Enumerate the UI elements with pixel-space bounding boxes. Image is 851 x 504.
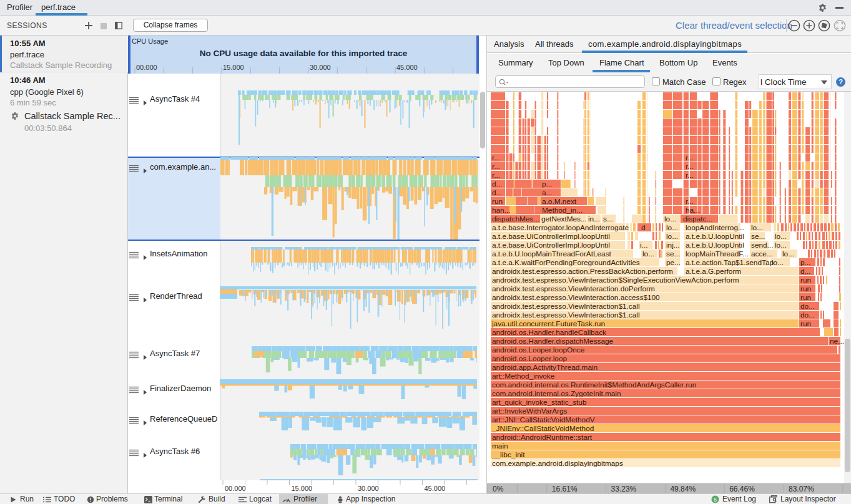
- svg-text:androidx.test.espresso.ViewInt: androidx.test.espresso.ViewInteraction.a…: [492, 293, 660, 302]
- svg-text:androidx.test.espresso.ViewInt: androidx.test.espresso.ViewInteraction$1…: [492, 311, 640, 319]
- svg-text:do...: do...: [800, 302, 815, 311]
- svg-text:acce...: acce...: [751, 250, 773, 258]
- svg-text:android::AndroidRuntime::start: android::AndroidRuntime::start: [492, 433, 593, 442]
- svg-text:run: run: [800, 276, 811, 284]
- svg-text:ne...: ne...: [830, 337, 844, 346]
- svg-text:inj...: inj...: [666, 241, 680, 250]
- svg-text:r...: r...: [686, 153, 694, 162]
- svg-text:d...: d...: [800, 267, 810, 276]
- svg-text:d...: d...: [492, 188, 502, 197]
- svg-text:r...: r...: [492, 171, 500, 180]
- svg-text:lo...: lo...: [664, 215, 676, 223]
- svg-text:send...: send...: [751, 241, 773, 250]
- svg-text:a.o.M.next: a.o.M.next: [542, 197, 577, 206]
- svg-text:run: run: [492, 197, 503, 206]
- svg-text:android.os.Looper.loopOnce: android.os.Looper.loopOnce: [492, 346, 585, 354]
- svg-text:a.t.e.base.UiControllerImpl.lo: a.t.e.base.UiControllerImpl.loopUntil: [492, 241, 610, 250]
- svg-text:java.util.concurrent.FutureTas: java.util.concurrent.FutureTask.run: [491, 319, 605, 328]
- svg-text:run: run: [800, 319, 811, 328]
- svg-text:s...: s...: [603, 215, 613, 223]
- svg-text:android.app.ActivityThread.mai: android.app.ActivityThread.main: [492, 363, 598, 372]
- svg-text:lo...: lo...: [751, 223, 763, 232]
- svg-text:lo...: lo...: [666, 223, 678, 232]
- svg-text:lo...: lo...: [775, 241, 787, 250]
- svg-text:a.t.e.b.U.loopUntil: a.t.e.b.U.loopUntil: [686, 232, 744, 241]
- svg-text:lo...: lo...: [782, 250, 794, 258]
- svg-text:com.example.android.displaying: com.example.android.displayingbitmaps: [492, 459, 623, 468]
- svg-text:lo...: lo...: [772, 258, 784, 267]
- svg-text:main: main: [492, 442, 508, 450]
- svg-text:in...: in...: [588, 215, 600, 223]
- svg-text:loopAndInterrog...: loopAndInterrog...: [686, 223, 744, 232]
- svg-text:p...: p...: [542, 180, 552, 188]
- svg-text:5: 5: [714, 497, 717, 503]
- svg-text:androidx.test.espresso.ViewInt: androidx.test.espresso.ViewInteraction$S…: [492, 276, 739, 284]
- svg-text:Method_in...: Method_in...: [542, 206, 583, 215]
- svg-text:a.t.e.base.UiControllerImpl.lo: a.t.e.base.UiControllerImpl.loopUntil: [492, 232, 610, 241]
- svg-text:r...: r...: [492, 153, 500, 162]
- svg-text:a.t.e.a.K.waitForPendingForegr: a.t.e.a.K.waitForPendingForegroundActivi…: [492, 258, 640, 267]
- svg-text:i...: i...: [640, 241, 647, 250]
- svg-text:art::Method_invoke: art::Method_invoke: [492, 372, 555, 380]
- svg-text:r...: r...: [686, 197, 694, 206]
- svg-text:loopMainThreadF...: loopMainThreadF...: [686, 250, 749, 258]
- svg-text:androidx.test.espresso.ViewInt: androidx.test.espresso.ViewInteraction.d…: [492, 284, 655, 293]
- svg-text:android.os.Looper.loop: android.os.Looper.loop: [492, 354, 567, 363]
- svg-text:run: run: [800, 284, 811, 293]
- svg-text:r...: r...: [492, 162, 500, 171]
- svg-text:r...: r...: [686, 171, 694, 180]
- svg-text:_JNIEnv::CallStaticVoidMethod: _JNIEnv::CallStaticVoidMethod: [491, 424, 594, 433]
- svg-text:do...: do...: [800, 311, 815, 319]
- svg-text:a.t.e.b.U.loopUntil: a.t.e.b.U.loopUntil: [686, 241, 744, 250]
- svg-text:a.t.e.a.G.perform: a.t.e.a.G.perform: [686, 267, 741, 276]
- svg-text:__libc_init: __libc_init: [491, 450, 525, 459]
- svg-text:a.t.e.action.Tap$1.sendTap: a.t.e.action.Tap$1.sendTap: [686, 258, 774, 267]
- svg-text:android.os.Handler.handleCallb: android.os.Handler.handleCallback: [492, 328, 606, 337]
- svg-text:lo...: lo...: [642, 250, 654, 258]
- svg-text:art_quick_invoke_static_stub: art_quick_invoke_static_stub: [492, 398, 587, 407]
- svg-text:p...: p...: [800, 258, 810, 267]
- svg-text:androidx.test.espresso.action.: androidx.test.espresso.action.PressBackA…: [492, 267, 673, 276]
- svg-text:a.t.e.base.Interrogator.loopAn: a.t.e.base.Interrogator.loopAndInterroga…: [492, 223, 629, 232]
- svg-text:androidx.test.espresso.ViewInt: androidx.test.espresso.ViewInteraction$1…: [492, 302, 640, 311]
- svg-text:d...: d...: [492, 180, 502, 188]
- svg-text:pe...: pe...: [666, 258, 681, 267]
- svg-text:lo...: lo...: [775, 232, 787, 241]
- svg-text:art::JNI::CallStaticVoidMethod: art::JNI::CallStaticVoidMethodV: [492, 415, 595, 424]
- svg-text:han...: han...: [492, 206, 511, 215]
- svg-text:a...: a...: [542, 188, 552, 197]
- svg-text:dispatchMes...: dispatchMes...: [492, 215, 539, 223]
- svg-text:d: d: [641, 223, 646, 232]
- svg-text:com.android.internal.os.Zygote: com.android.internal.os.ZygoteInit.main: [492, 389, 621, 398]
- svg-text:art::InvokeWithVarArgs: art::InvokeWithVarArgs: [492, 407, 568, 415]
- svg-text:run: run: [800, 293, 811, 302]
- svg-text:lo...: lo...: [666, 232, 678, 241]
- svg-text:getNextMes...: getNextMes...: [541, 215, 587, 223]
- svg-text:android.os.Handler.dispatchMes: android.os.Handler.dispatchMessage: [492, 337, 614, 346]
- svg-text:ha...: ha...: [686, 206, 700, 215]
- svg-text:se...: se...: [666, 250, 680, 258]
- svg-text:dispatc...: dispatc...: [683, 215, 712, 223]
- svg-text:se...: se...: [751, 232, 765, 241]
- svg-text:a.t.e.b.U.loopMainThreadForAtL: a.t.e.b.U.loopMainThreadForAtLeast: [492, 250, 612, 258]
- svg-text:com.android.internal.os.Runtim: com.android.internal.os.RuntimeInit$Meth…: [492, 380, 696, 389]
- svg-text:r...: r...: [686, 162, 694, 171]
